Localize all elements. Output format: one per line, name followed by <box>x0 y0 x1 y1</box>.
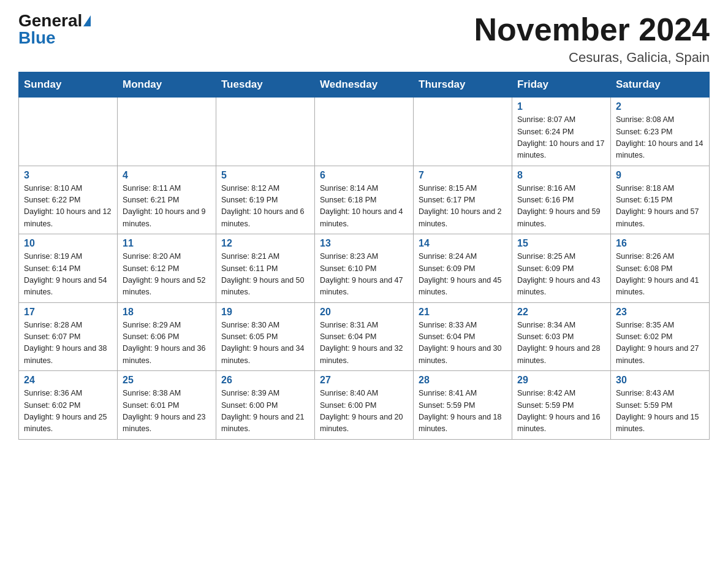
day-number: 3 <box>24 170 112 181</box>
day-info: Sunrise: 8:26 AMSunset: 6:08 PMDaylight:… <box>616 251 704 299</box>
day-number: 1 <box>517 101 605 112</box>
day-info: Sunrise: 8:34 AMSunset: 6:03 PMDaylight:… <box>517 320 605 367</box>
day-info: Sunrise: 8:35 AMSunset: 6:02 PMDaylight:… <box>616 320 704 367</box>
table-cell: 9Sunrise: 8:18 AMSunset: 6:15 PMDaylight… <box>611 166 710 234</box>
table-cell: 12Sunrise: 8:21 AMSunset: 6:11 PMDayligh… <box>216 234 315 303</box>
day-number: 8 <box>517 170 605 181</box>
month-title: November 2024 <box>474 12 710 47</box>
location-text: Cesuras, Galicia, Spain <box>474 50 710 66</box>
day-number: 13 <box>320 238 408 249</box>
day-info: Sunrise: 8:07 AMSunset: 6:24 PMDaylight:… <box>517 114 605 162</box>
day-info: Sunrise: 8:25 AMSunset: 6:09 PMDaylight:… <box>517 251 605 299</box>
calendar-table: Sunday Monday Tuesday Wednesday Thursday… <box>18 72 710 440</box>
day-info: Sunrise: 8:39 AMSunset: 6:00 PMDaylight:… <box>221 388 309 435</box>
day-number: 24 <box>24 375 112 386</box>
day-info: Sunrise: 8:38 AMSunset: 6:01 PMDaylight:… <box>123 388 211 435</box>
table-cell: 21Sunrise: 8:33 AMSunset: 6:04 PMDayligh… <box>414 302 512 371</box>
day-number: 21 <box>419 307 507 318</box>
week-row-4: 17Sunrise: 8:28 AMSunset: 6:07 PMDayligh… <box>19 302 710 371</box>
table-cell <box>216 98 315 166</box>
table-cell <box>118 98 216 166</box>
page-header: General Blue November 2024 Cesuras, Gali… <box>18 12 710 66</box>
table-cell <box>315 98 414 166</box>
logo-blue-text: Blue <box>18 29 56 47</box>
week-row-2: 3Sunrise: 8:10 AMSunset: 6:22 PMDaylight… <box>19 166 710 234</box>
table-cell: 17Sunrise: 8:28 AMSunset: 6:07 PMDayligh… <box>19 302 118 371</box>
week-row-5: 24Sunrise: 8:36 AMSunset: 6:02 PMDayligh… <box>19 371 710 440</box>
day-number: 23 <box>616 307 704 318</box>
table-cell: 8Sunrise: 8:16 AMSunset: 6:16 PMDaylight… <box>512 166 611 234</box>
table-cell: 27Sunrise: 8:40 AMSunset: 6:00 PMDayligh… <box>315 371 414 440</box>
day-info: Sunrise: 8:11 AMSunset: 6:21 PMDaylight:… <box>123 183 211 231</box>
table-cell: 23Sunrise: 8:35 AMSunset: 6:02 PMDayligh… <box>611 302 710 371</box>
day-info: Sunrise: 8:42 AMSunset: 5:59 PMDaylight:… <box>517 388 605 435</box>
day-number: 5 <box>221 170 309 181</box>
day-number: 16 <box>616 238 704 249</box>
table-cell: 5Sunrise: 8:12 AMSunset: 6:19 PMDaylight… <box>216 166 315 234</box>
table-cell: 13Sunrise: 8:23 AMSunset: 6:10 PMDayligh… <box>315 234 414 303</box>
day-info: Sunrise: 8:29 AMSunset: 6:06 PMDaylight:… <box>123 320 211 367</box>
table-cell: 19Sunrise: 8:30 AMSunset: 6:05 PMDayligh… <box>216 302 315 371</box>
header-saturday: Saturday <box>611 72 710 98</box>
header-wednesday: Wednesday <box>315 72 414 98</box>
day-number: 2 <box>616 101 704 112</box>
day-number: 22 <box>517 307 605 318</box>
day-info: Sunrise: 8:16 AMSunset: 6:16 PMDaylight:… <box>517 183 605 231</box>
table-cell: 2Sunrise: 8:08 AMSunset: 6:23 PMDaylight… <box>611 98 710 166</box>
day-info: Sunrise: 8:28 AMSunset: 6:07 PMDaylight:… <box>24 320 112 367</box>
day-info: Sunrise: 8:19 AMSunset: 6:14 PMDaylight:… <box>24 251 112 299</box>
day-number: 10 <box>24 238 112 249</box>
table-cell: 11Sunrise: 8:20 AMSunset: 6:12 PMDayligh… <box>118 234 216 303</box>
header-thursday: Thursday <box>414 72 512 98</box>
day-info: Sunrise: 8:33 AMSunset: 6:04 PMDaylight:… <box>419 320 507 367</box>
table-cell: 24Sunrise: 8:36 AMSunset: 6:02 PMDayligh… <box>19 371 118 440</box>
day-number: 25 <box>123 375 211 386</box>
day-number: 14 <box>419 238 507 249</box>
day-number: 9 <box>616 170 704 181</box>
table-cell: 25Sunrise: 8:38 AMSunset: 6:01 PMDayligh… <box>118 371 216 440</box>
table-cell: 20Sunrise: 8:31 AMSunset: 6:04 PMDayligh… <box>315 302 414 371</box>
table-cell: 26Sunrise: 8:39 AMSunset: 6:00 PMDayligh… <box>216 371 315 440</box>
day-number: 17 <box>24 307 112 318</box>
day-info: Sunrise: 8:08 AMSunset: 6:23 PMDaylight:… <box>616 114 704 162</box>
header-sunday: Sunday <box>19 72 118 98</box>
logo-triangle-icon <box>83 15 91 26</box>
day-info: Sunrise: 8:23 AMSunset: 6:10 PMDaylight:… <box>320 251 408 299</box>
table-cell: 14Sunrise: 8:24 AMSunset: 6:09 PMDayligh… <box>414 234 512 303</box>
day-number: 11 <box>123 238 211 249</box>
header-friday: Friday <box>512 72 611 98</box>
week-row-1: 1Sunrise: 8:07 AMSunset: 6:24 PMDaylight… <box>19 98 710 166</box>
table-cell: 28Sunrise: 8:41 AMSunset: 5:59 PMDayligh… <box>414 371 512 440</box>
day-number: 7 <box>419 170 507 181</box>
day-info: Sunrise: 8:18 AMSunset: 6:15 PMDaylight:… <box>616 183 704 231</box>
day-info: Sunrise: 8:40 AMSunset: 6:00 PMDaylight:… <box>320 388 408 435</box>
header-monday: Monday <box>118 72 216 98</box>
day-info: Sunrise: 8:20 AMSunset: 6:12 PMDaylight:… <box>123 251 211 299</box>
table-cell: 1Sunrise: 8:07 AMSunset: 6:24 PMDaylight… <box>512 98 611 166</box>
table-cell: 29Sunrise: 8:42 AMSunset: 5:59 PMDayligh… <box>512 371 611 440</box>
day-number: 26 <box>221 375 309 386</box>
day-number: 4 <box>123 170 211 181</box>
day-info: Sunrise: 8:24 AMSunset: 6:09 PMDaylight:… <box>419 251 507 299</box>
table-cell: 7Sunrise: 8:15 AMSunset: 6:17 PMDaylight… <box>414 166 512 234</box>
table-cell: 18Sunrise: 8:29 AMSunset: 6:06 PMDayligh… <box>118 302 216 371</box>
day-info: Sunrise: 8:12 AMSunset: 6:19 PMDaylight:… <box>221 183 309 231</box>
day-number: 28 <box>419 375 507 386</box>
day-info: Sunrise: 8:41 AMSunset: 5:59 PMDaylight:… <box>419 388 507 435</box>
weekday-header-row: Sunday Monday Tuesday Wednesday Thursday… <box>19 72 710 98</box>
day-number: 18 <box>123 307 211 318</box>
table-cell <box>414 98 512 166</box>
table-cell: 3Sunrise: 8:10 AMSunset: 6:22 PMDaylight… <box>19 166 118 234</box>
day-info: Sunrise: 8:15 AMSunset: 6:17 PMDaylight:… <box>419 183 507 231</box>
day-info: Sunrise: 8:30 AMSunset: 6:05 PMDaylight:… <box>221 320 309 367</box>
day-info: Sunrise: 8:43 AMSunset: 5:59 PMDaylight:… <box>616 388 704 435</box>
day-number: 15 <box>517 238 605 249</box>
day-number: 6 <box>320 170 408 181</box>
day-info: Sunrise: 8:14 AMSunset: 6:18 PMDaylight:… <box>320 183 408 231</box>
day-number: 30 <box>616 375 704 386</box>
table-cell: 4Sunrise: 8:11 AMSunset: 6:21 PMDaylight… <box>118 166 216 234</box>
day-info: Sunrise: 8:21 AMSunset: 6:11 PMDaylight:… <box>221 251 309 299</box>
day-info: Sunrise: 8:36 AMSunset: 6:02 PMDaylight:… <box>24 388 112 435</box>
day-number: 27 <box>320 375 408 386</box>
table-cell <box>19 98 118 166</box>
